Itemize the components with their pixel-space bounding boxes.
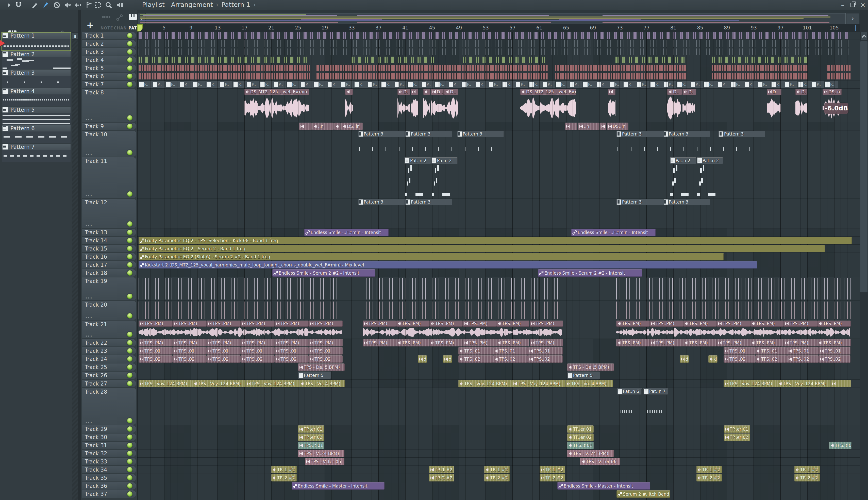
vertical-scrollbar[interactable] xyxy=(860,10,868,500)
pattern-clip[interactable]: Pa..n 2 xyxy=(670,157,696,164)
clip-band[interactable] xyxy=(139,48,851,55)
track-led-button[interactable] xyxy=(127,66,133,71)
pattern-cell-clip[interactable]: P.. xyxy=(152,81,165,88)
track-led-button[interactable] xyxy=(127,57,133,63)
clip-band[interactable] xyxy=(139,41,851,47)
track-row-name[interactable]: Track 33 xyxy=(82,458,136,465)
audio-clip[interactable]: TPS..02 xyxy=(458,355,493,363)
track-led-button[interactable] xyxy=(127,427,133,432)
track-led-button[interactable] xyxy=(127,364,133,370)
pattern-cell-clip[interactable]: P.. xyxy=(690,81,703,88)
spike-band[interactable] xyxy=(139,278,343,299)
pattern-cell-clip[interactable]: P.. xyxy=(704,81,717,88)
audio-clip[interactable]: TPS - Voy..124 BPM) xyxy=(192,380,246,387)
audio-clip[interactable]: TPS - Vo..4 BPM) xyxy=(566,380,613,387)
playlist-grid[interactable]: P..P..P..P..P..P..P..P..P..P..P..P..P..P… xyxy=(137,32,860,500)
pattern-item[interactable]: Pattern 6 xyxy=(2,125,70,143)
pattern-cell-clip[interactable]: P.. xyxy=(744,81,757,88)
clip-band[interactable] xyxy=(827,73,851,79)
pattern-cell-clip[interactable]: P.. xyxy=(811,81,824,88)
pattern-clip[interactable]: Pattern 3 xyxy=(663,199,710,205)
pattern-item-header[interactable]: Pattern 2 xyxy=(2,51,70,57)
pattern-cell-row[interactable]: P..P..P..P..P..P..P..P..P..P..P..P..P..P… xyxy=(139,81,851,88)
pattern-item[interactable]: Pattern 5 xyxy=(2,106,70,125)
audio-clip[interactable]: TPS - Vo..4 BPM) xyxy=(299,380,345,387)
track-row-name[interactable]: Track 30 xyxy=(82,433,136,441)
audio-clip[interactable]: TPS - V..24 BPM) xyxy=(298,450,344,457)
pattern-cell-clip[interactable]: P.. xyxy=(542,81,555,88)
pattern-item[interactable]: Pattern 1 xyxy=(2,33,70,50)
audio-clip[interactable] xyxy=(831,380,851,387)
snap-magnet-icon[interactable] xyxy=(15,1,22,9)
audio-clip[interactable]: TP..1 #2 xyxy=(696,466,722,473)
tab-chan[interactable]: CHAN xyxy=(114,14,125,32)
track-row-name[interactable]: Track 23 xyxy=(82,347,136,355)
track-row-name[interactable]: Track 8... xyxy=(82,89,136,122)
audio-clip[interactable]: d xyxy=(708,355,718,363)
automation-clip[interactable]: Endless Smile - Serum 2 #2 - Intensit xyxy=(538,269,642,277)
audio-clip[interactable]: TPS..02 xyxy=(309,355,343,363)
audio-clip[interactable]: TPS..02 xyxy=(755,355,787,363)
track-row-name[interactable]: Track 29 xyxy=(82,425,136,433)
track-row-name[interactable]: Track 28... xyxy=(82,388,136,424)
audio-clip[interactable]: TPS..PM) xyxy=(650,320,683,327)
pattern-clip[interactable]: Pat..n 7 xyxy=(643,388,668,395)
picker-scroll-handle[interactable]: ▮ xyxy=(72,33,78,39)
track-led-button[interactable] xyxy=(127,238,133,243)
pattern-cell-clip[interactable]: P.. xyxy=(515,81,528,88)
pattern-cell-clip[interactable]: P.. xyxy=(798,81,811,88)
pattern-cell-clip[interactable]: P.. xyxy=(717,81,730,88)
audio-clip[interactable]: D. xyxy=(767,89,781,95)
audio-clip[interactable]: TP..2 #2 xyxy=(539,474,565,481)
timeline-ruler[interactable]: 5913172125293337414549535761656973778185… xyxy=(137,24,860,32)
track-led-button[interactable] xyxy=(127,475,133,480)
audio-clip[interactable]: TPS - V..24 BPM) xyxy=(567,450,614,457)
pattern-item[interactable]: Pattern 3 xyxy=(2,70,70,88)
audio-clip[interactable] xyxy=(299,123,312,130)
track-row-name[interactable]: Track 22 xyxy=(82,339,136,346)
audio-clip[interactable]: D.. xyxy=(398,89,410,95)
pattern-cell-clip[interactable]: P.. xyxy=(219,81,232,88)
audio-clip[interactable]: TP..1 #2 xyxy=(539,466,565,473)
automation-clip[interactable]: Serum 2 #..itch Bend xyxy=(616,490,670,498)
audio-clip[interactable]: TP..2 #2 xyxy=(795,474,820,481)
audio-clip[interactable]: TPS..PM) xyxy=(275,339,309,346)
audio-clip[interactable]: TPS..PM) xyxy=(396,339,430,346)
spike-band[interactable] xyxy=(616,302,851,319)
pattern-cell-clip[interactable]: P.. xyxy=(394,81,407,88)
zoom-marquee-icon[interactable] xyxy=(94,1,102,9)
track-row-name[interactable]: Track 34 xyxy=(82,466,136,473)
audio-clip[interactable]: TPS..PM) xyxy=(683,339,717,346)
tab-note[interactable]: NOTE xyxy=(101,14,112,32)
track-led-button[interactable] xyxy=(127,418,133,423)
automation-clip[interactable]: Fruity Parametric EQ 2 - TPS -Selection … xyxy=(139,237,852,244)
audio-clip[interactable]: TPS..PM) xyxy=(207,339,241,346)
track-led-button[interactable] xyxy=(127,340,133,345)
audio-clip[interactable]: TPS..PM) xyxy=(750,320,784,327)
audio-clip[interactable]: TPS..PM) xyxy=(241,339,275,346)
automation-clip[interactable]: Kickstart 2 (DS_MT2_125_vocal_harmonies_… xyxy=(139,261,757,269)
audio-clip[interactable]: TPS..01 xyxy=(275,347,309,355)
audio-clip[interactable]: DS..in xyxy=(341,123,363,130)
track-led-button[interactable] xyxy=(127,451,133,456)
audio-clip[interactable]: TP..1 #2 xyxy=(429,466,454,473)
track-row-name[interactable]: Track 13 xyxy=(82,229,136,236)
breadcrumb-pattern[interactable]: Pattern 1 xyxy=(221,1,250,8)
audio-clip[interactable] xyxy=(423,89,431,95)
pattern-clip[interactable]: Pattern 3 xyxy=(405,131,452,137)
spike-band[interactable] xyxy=(139,302,343,319)
audio-clip[interactable]: TPS..02 xyxy=(275,355,309,363)
track-led-button[interactable] xyxy=(127,82,133,87)
vertical-scroll-thumb[interactable] xyxy=(860,41,868,292)
audio-clip[interactable]: TPS..PM) xyxy=(430,320,463,327)
horizontal-scrollbar[interactable]: ‹ › xyxy=(137,13,860,25)
track-led-button[interactable] xyxy=(127,115,133,121)
track-row-name[interactable]: Track 37 xyxy=(82,490,136,498)
audio-clip[interactable]: TPS..PM) xyxy=(784,320,817,327)
track-row-name[interactable]: Track 1 xyxy=(82,32,136,39)
audio-clip[interactable]: TPS..PM) xyxy=(396,320,430,327)
clip-band[interactable] xyxy=(139,32,851,39)
pattern-cell-clip[interactable]: P.. xyxy=(757,81,770,88)
audio-clip[interactable]: d xyxy=(680,355,689,363)
audio-clip[interactable]: TPS..PM) xyxy=(241,320,275,327)
